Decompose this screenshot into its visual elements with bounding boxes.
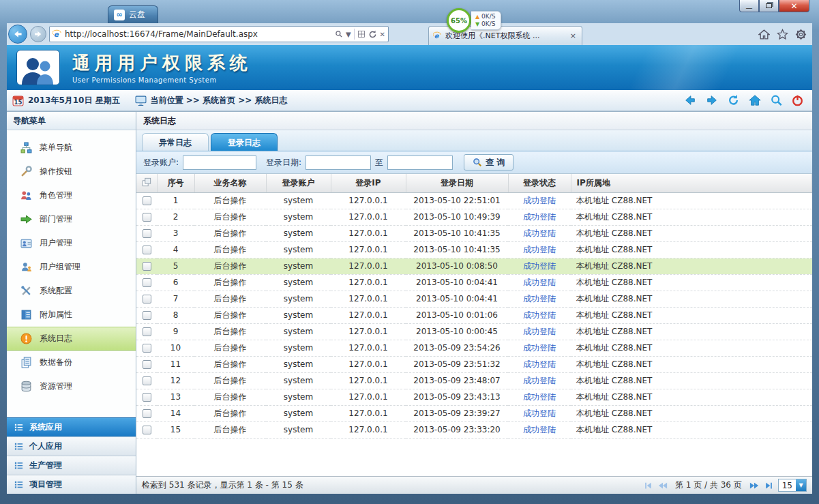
accordion-production[interactable]: 生产管理 xyxy=(7,456,136,475)
window-tab-cloud[interactable]: ∞ 云盘 xyxy=(108,5,158,23)
nav-search-button[interactable] xyxy=(770,94,783,106)
last-page-button[interactable] xyxy=(764,481,774,490)
row-checkbox[interactable] xyxy=(143,393,151,402)
column-header[interactable]: 业务名称 xyxy=(194,174,266,192)
sidebar-item-resources[interactable]: 资源管理 xyxy=(7,374,136,398)
roles-users-icon xyxy=(20,190,32,201)
sidebar-item-roles[interactable]: 角色管理 xyxy=(7,183,136,207)
accordion-personal-apps[interactable]: 个人应用 xyxy=(7,436,136,456)
search-icon[interactable] xyxy=(335,30,343,38)
table-row[interactable]: 9 后台操作 system 127.0.0.1 2013-05-10 0:00:… xyxy=(136,323,812,340)
accordion-projects[interactable]: 项目管理 xyxy=(7,475,136,494)
page-size-select[interactable]: 15 ▼ xyxy=(778,479,807,492)
network-speed-indicator[interactable]: 65% ▲ 0K/S ▼ 0K/S xyxy=(447,8,501,33)
sidebar-item-menu-nav[interactable]: 菜单导航 xyxy=(7,136,136,160)
nav-refresh-button[interactable] xyxy=(727,94,740,106)
cell-ip: 127.0.0.1 xyxy=(331,192,406,209)
close-button[interactable]: ✕ xyxy=(779,0,809,12)
tab-login-log[interactable]: 登录日志 xyxy=(211,133,278,151)
sidebar-item-data-backup[interactable]: 数据备份 xyxy=(7,351,136,374)
column-header[interactable]: IP所属地 xyxy=(571,174,812,192)
sidebar-item-system-config[interactable]: 系统配置 xyxy=(7,279,136,303)
accordion-system-apps[interactable]: 系统应用 xyxy=(7,417,136,436)
compatibility-icon[interactable] xyxy=(357,30,366,38)
date-to-input[interactable] xyxy=(387,155,453,170)
page-size-value: 15 xyxy=(779,481,796,490)
cell-no: 14 xyxy=(157,405,194,421)
minimize-button[interactable]: — xyxy=(739,0,759,12)
cell-ip: 127.0.0.1 xyxy=(331,241,406,258)
address-bar[interactable]: e ▼ ✕ xyxy=(49,26,389,42)
table-row[interactable]: 7 后台操作 system 127.0.0.1 2013-05-10 0:04:… xyxy=(136,291,812,307)
nav-power-button[interactable] xyxy=(791,94,804,106)
favorites-star-icon[interactable] xyxy=(777,29,788,40)
settings-gear-icon[interactable] xyxy=(795,29,807,40)
cell-status: 成功登陆 xyxy=(508,192,571,209)
maximize-button[interactable] xyxy=(759,0,779,12)
row-checkbox[interactable] xyxy=(143,213,151,222)
cell-location: 本机地址 CZ88.NET xyxy=(571,340,812,356)
table-row[interactable]: 13 后台操作 system 127.0.0.1 2013-05-09 23:4… xyxy=(136,389,812,405)
row-checkbox[interactable] xyxy=(143,229,151,238)
row-checkbox[interactable] xyxy=(143,344,151,353)
row-checkbox[interactable] xyxy=(143,246,151,254)
row-checkbox[interactable] xyxy=(143,311,151,320)
table-row[interactable]: 8 后台操作 system 127.0.0.1 2013-05-10 0:01:… xyxy=(136,307,812,323)
row-checkbox[interactable] xyxy=(143,360,151,369)
cell-business: 后台操作 xyxy=(194,372,266,389)
prev-page-button[interactable] xyxy=(657,481,668,490)
column-header[interactable]: 登录账户 xyxy=(266,174,331,192)
sidebar-item-users[interactable]: 用户管理 xyxy=(7,231,136,255)
nav-home-button[interactable] xyxy=(748,94,762,106)
table-row[interactable]: 4 后台操作 system 127.0.0.1 2013-05-10 10:41… xyxy=(136,241,812,258)
stop-icon[interactable]: ✕ xyxy=(380,31,385,38)
row-checkbox[interactable] xyxy=(143,278,151,287)
first-page-button[interactable] xyxy=(643,481,653,490)
row-checkbox[interactable] xyxy=(143,426,151,434)
row-checkbox[interactable] xyxy=(143,196,151,205)
browser-back-button[interactable] xyxy=(8,25,27,44)
url-input[interactable] xyxy=(65,29,332,39)
table-row[interactable]: 5 后台操作 system 127.0.0.1 2013-05-10 0:08:… xyxy=(136,258,812,274)
table-row[interactable]: 12 后台操作 system 127.0.0.1 2013-05-09 23:4… xyxy=(136,372,812,389)
table-row[interactable]: 3 后台操作 system 127.0.0.1 2013-05-10 10:41… xyxy=(136,225,812,241)
nav-forward-button[interactable] xyxy=(705,94,719,106)
tab-exception-log[interactable]: 异常日志 xyxy=(142,133,209,151)
table-row[interactable]: 2 后台操作 system 127.0.0.1 2013-05-10 10:49… xyxy=(136,209,812,225)
search-button[interactable]: 查 询 xyxy=(464,154,513,171)
column-header[interactable]: 序号 xyxy=(157,174,194,192)
nav-back-button[interactable] xyxy=(683,94,697,106)
row-checkbox[interactable] xyxy=(143,262,151,271)
table-row[interactable]: 1 后台操作 system 127.0.0.1 2013-05-10 22:51… xyxy=(136,192,812,209)
cell-business: 后台操作 xyxy=(194,389,266,405)
table-row[interactable]: 10 后台操作 system 127.0.0.1 2013-05-09 23:5… xyxy=(136,340,812,356)
sidebar-item-departments[interactable]: 部门管理 xyxy=(7,207,136,231)
sidebar-item-extra-attributes[interactable]: 附加属性 xyxy=(7,303,136,327)
date-text: 2013年5月10日 星期五 xyxy=(28,95,120,106)
next-page-button[interactable] xyxy=(749,481,760,490)
column-header[interactable]: 登录IP xyxy=(331,174,406,192)
refresh-icon[interactable] xyxy=(368,30,377,39)
sidebar-item-system-logs[interactable]: 系统日志 xyxy=(7,327,136,351)
cloud-disk-icon: ∞ xyxy=(114,10,125,20)
address-dropdown-icon[interactable]: ▼ xyxy=(346,31,351,38)
table-row[interactable]: 14 后台操作 system 127.0.0.1 2013-05-09 23:3… xyxy=(136,405,812,421)
account-input[interactable] xyxy=(183,155,256,170)
row-checkbox[interactable] xyxy=(143,327,151,336)
row-checkbox[interactable] xyxy=(143,295,151,303)
table-row[interactable]: 15 后台操作 system 127.0.0.1 2013-05-09 23:3… xyxy=(136,421,812,438)
home-icon[interactable] xyxy=(758,29,770,40)
table-row[interactable]: 11 后台操作 system 127.0.0.1 2013-05-09 23:5… xyxy=(136,356,812,372)
date-from-input[interactable] xyxy=(306,155,371,170)
sidebar-item-user-groups[interactable]: 用户组管理 xyxy=(7,255,136,279)
cell-account: system xyxy=(266,340,331,356)
select-all-header[interactable] xyxy=(136,174,157,192)
column-header[interactable]: 登录状态 xyxy=(508,174,571,192)
column-header[interactable]: 登录日期 xyxy=(406,174,508,192)
table-row[interactable]: 6 后台操作 system 127.0.0.1 2013-05-10 0:04:… xyxy=(136,274,812,291)
browser-forward-button[interactable] xyxy=(30,26,46,42)
row-checkbox[interactable] xyxy=(143,376,151,385)
sidebar-item-action-buttons[interactable]: 操作按钮 xyxy=(7,160,136,183)
row-checkbox[interactable] xyxy=(143,409,151,418)
tab-close-icon[interactable]: × xyxy=(569,31,578,40)
